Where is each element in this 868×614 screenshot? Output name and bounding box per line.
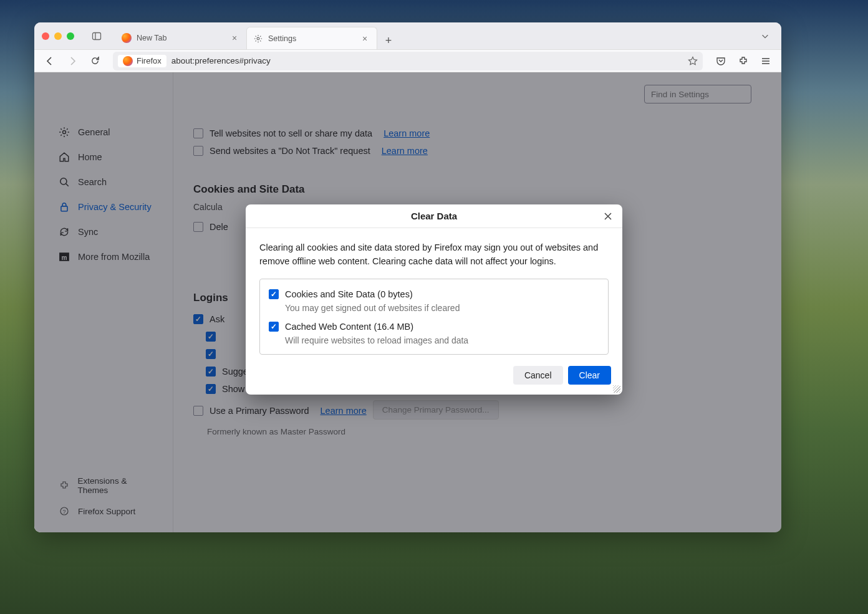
tab-label: New Tab (137, 34, 166, 42)
minimize-window-button[interactable] (54, 32, 62, 40)
forward-button[interactable] (63, 52, 82, 70)
identity-label: Firefox (137, 56, 162, 65)
dialog-title: Clear Data (411, 211, 457, 221)
url-text: about:preferences#privacy (171, 56, 271, 65)
navigation-toolbar: Firefox about:preferences#privacy (34, 50, 781, 72)
extensions-icon[interactable] (734, 52, 753, 70)
pocket-icon[interactable] (711, 52, 730, 70)
dialog-description: Clearing all cookies and site data store… (259, 241, 609, 269)
gear-icon (253, 34, 263, 44)
clear-data-dialog: Clear Data Clearing all cookies and site… (246, 204, 622, 395)
resize-grip-icon[interactable] (613, 385, 620, 393)
cookies-option: Cookies and Site Data (0 bytes) (269, 289, 599, 299)
clear-button[interactable]: Clear (568, 366, 611, 385)
titlebar: New Tab × Settings × + (34, 22, 781, 50)
svg-point-2 (257, 37, 259, 40)
close-tab-icon[interactable]: × (229, 33, 240, 43)
bookmark-star-icon[interactable] (688, 56, 698, 66)
cache-option-sub: Will require websites to reload images a… (285, 335, 599, 345)
tab-settings[interactable]: Settings × (246, 27, 377, 49)
cache-option-checkbox[interactable] (269, 322, 279, 332)
tab-new-tab[interactable]: New Tab × (115, 27, 246, 49)
tab-strip: New Tab × Settings × + (115, 22, 751, 49)
cookies-option-label: Cookies and Site Data (0 bytes) (285, 289, 413, 299)
window-controls (42, 32, 74, 40)
cookies-option-sub: You may get signed out of websites if cl… (285, 303, 599, 313)
dialog-header: Clear Data (246, 204, 622, 228)
url-bar[interactable]: Firefox about:preferences#privacy (113, 52, 703, 70)
identity-box[interactable]: Firefox (118, 55, 166, 67)
maximize-window-button[interactable] (67, 32, 74, 40)
list-tabs-button[interactable] (756, 27, 774, 45)
firefox-icon (123, 56, 133, 66)
hamburger-menu-icon[interactable] (756, 52, 775, 70)
new-tab-button[interactable]: + (380, 32, 397, 49)
dialog-footer: Cancel Clear (246, 366, 622, 395)
close-window-button[interactable] (42, 32, 49, 40)
dialog-close-button[interactable] (601, 209, 615, 223)
tab-label: Settings (268, 34, 296, 43)
close-tab-icon[interactable]: × (359, 34, 370, 44)
reload-button[interactable] (85, 52, 104, 70)
sidebar-toggle-icon[interactable] (88, 27, 105, 45)
clear-options-box: Cookies and Site Data (0 bytes) You may … (259, 279, 609, 355)
cache-option-label: Cached Web Content (16.4 MB) (285, 322, 413, 332)
dialog-body: Clearing all cookies and site data store… (246, 228, 622, 366)
cookies-option-checkbox[interactable] (269, 289, 279, 299)
cancel-button[interactable]: Cancel (513, 366, 563, 385)
svg-rect-0 (93, 32, 101, 39)
back-button[interactable] (41, 52, 59, 70)
firefox-icon (122, 33, 132, 43)
cache-option: Cached Web Content (16.4 MB) (269, 322, 599, 332)
